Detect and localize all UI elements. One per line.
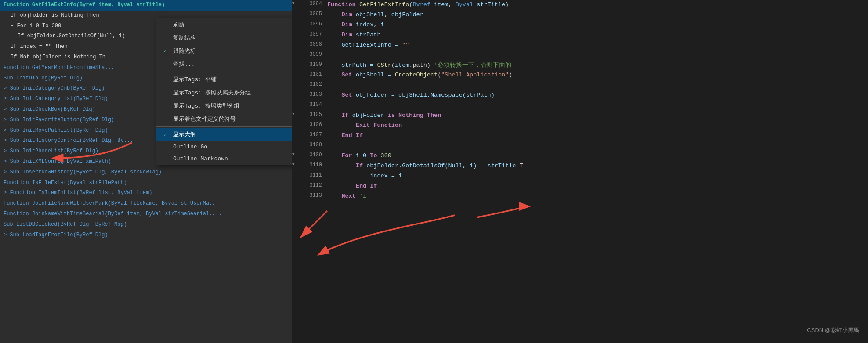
code-line: 3111 index = i [292,171,868,181]
token: strPath = [327,62,377,69]
menu-item[interactable]: ✓显示大纲 [156,128,292,141]
line-number: 3111 [298,171,327,180]
token: 300 [381,152,391,159]
menu-item-label: 显示Tags: 平铺 [173,76,292,83]
token: GetFileExtInfo = [327,42,402,48]
line-number: 3107 [298,131,327,139]
code-area: ▼3094Function GetFileExtInfo(Byref item,… [292,0,868,201]
code-line: 3100 strPath = CStr(item.path) '必须转换一下，否… [292,61,868,71]
list-item[interactable]: Function JoinFileNameWithUserMark(ByVal … [0,199,292,209]
menu-item[interactable]: 查找... [156,58,292,71]
menu-item[interactable]: Outline Go [156,141,292,153]
list-item[interactable]: > Function IsItemInList(ByRef list, ByVa… [0,188,292,199]
line-content: Exit Function [327,121,868,131]
fold-arrow[interactable]: ▼ [292,1,298,7]
token: Next [327,193,359,199]
menu-item[interactable]: 显示Tags: 按照类型分组 [156,99,292,112]
menu-item-label: 复制结构 [173,34,292,42]
menu-item-label: 显示着色文件定义的符号 [173,115,292,123]
token: , [384,11,391,18]
line-number: 3095 [298,10,327,18]
line-content: GetFileExtInfo = "" [327,40,868,51]
code-line: 3112 End If [292,181,868,191]
code-line: ▼3110 If objFolder.GetDetailsOf(Null, i)… [292,161,868,171]
menu-item[interactable]: 显示Tags: 按照从属关系分组 [156,86,292,99]
token: objFolder = objShell.Namespace(strPath) [356,92,495,98]
line-number-col: 3104 [292,101,327,109]
code-line: 3102 [292,80,868,90]
menu-separator [156,126,292,127]
code-line: 3106 Exit Function [292,121,868,131]
token: Dim [327,11,356,18]
line-content: For i=0 To 300 [327,151,868,161]
menu-item-label: 显示大纲 [173,130,292,138]
token: '必须转换一下，否则下面的 [434,62,511,69]
token: If [370,183,377,189]
token: Set [327,92,356,98]
token: , [448,1,455,8]
line-number-col: 3108 [292,141,327,149]
code-line: 3107 End If [292,131,868,141]
line-number-col: 3102 [292,80,327,89]
token: If [327,162,366,169]
token: , [373,22,380,28]
context-menu[interactable]: 刷新F5 复制结构✓跟随光标 查找... 显示Tags: 平铺 显示Tags: … [156,18,292,165]
line-content: Dim objShell, objFolder [327,10,868,20]
token: Dim [327,32,356,38]
fold-arrow[interactable]: ▼ [292,112,298,118]
menu-separator [156,72,292,72]
token: strPath [356,32,381,38]
list-item[interactable]: > Sub InsertNewHistory(ByRef Dlg, ByVal … [0,167,292,178]
fold-arrow[interactable]: ▼ [292,152,298,158]
token: If [327,112,352,119]
line-number: 3099 [298,51,327,59]
token: 'i [359,193,366,199]
list-item[interactable]: Function GetFileExtInfo(Byref item, Byva… [0,0,292,11]
line-content: Dim strPath [327,30,868,40]
menu-item[interactable]: 复制结构 [156,31,292,44]
line-number: 3094 [298,0,327,8]
menu-item-label: 跟随光标 [173,47,292,55]
token: If [356,132,363,139]
code-editor-panel: ▼3094Function GetFileExtInfo(Byref item,… [292,0,868,343]
line-number-col: 3101 [292,70,327,79]
line-content: Function GetFileExtInfo(Byref item, Byva… [327,0,868,10]
token: objFolder.GetDetailsOf(Null, i) = strTit… [366,162,519,169]
line-content: End If [327,131,868,141]
code-line: 3095 Dim objShell, objFolder [292,10,868,20]
menu-item[interactable]: 显示Tags: 平铺 [156,73,292,86]
fold-arrow[interactable]: ▼ [292,162,298,168]
line-number-col: 3107 [292,131,327,139]
list-item[interactable]: Function JoinNameWithTimeSearial(ByRef i… [0,209,292,220]
token: End [327,132,356,139]
line-number-col: ▼3105 [292,111,327,119]
token: Exit [327,122,373,129]
menu-item[interactable]: Outline Markdown [156,153,292,165]
line-number-col: 3103 [292,90,327,99]
line-content: Set objFolder = objShell.Namespace(strPa… [327,90,868,101]
line-number: 3102 [298,80,327,89]
line-content: End If [327,181,868,191]
list-item[interactable]: > Sub LoadTagsFromFile(ByRef Dlg) [0,230,292,241]
menu-item[interactable]: ✓跟随光标 [156,44,292,58]
list-item[interactable]: Sub ListDBClicked(ByRef Dlg, ByRef Msg) [0,220,292,230]
token: T [519,162,523,169]
code-line: ▼3105 If objFolder is Nothing Then [292,111,868,121]
line-number: 3106 [298,121,327,129]
token: item [434,1,448,8]
list-item[interactable]: Function IsFileExist(Byval strFilePath) [0,178,292,188]
token: "" [402,42,409,48]
token: index [356,22,374,28]
line-number: 3108 [298,141,327,149]
line-number-col: 3106 [292,121,327,129]
token: ) [509,72,512,78]
code-line: 3101 Set objShell = CreateObject("Shell.… [292,70,868,80]
line-content: strPath = CStr(item.path) '必须转换一下，否则下面的 [327,61,868,71]
menu-item[interactable]: 刷新F5 [156,18,292,31]
token: GetFileExtInfo [359,1,409,8]
token: Function [327,1,359,8]
code-line: 3108 [292,141,868,151]
line-number-col: 3098 [292,40,327,49]
token: Function [373,122,402,129]
menu-item[interactable]: 显示着色文件定义的符号 [156,112,292,126]
